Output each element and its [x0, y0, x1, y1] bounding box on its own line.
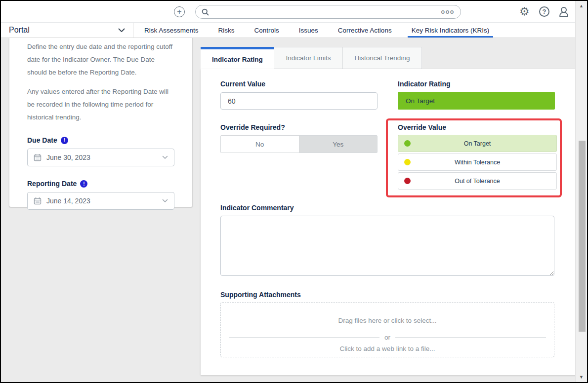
nav-tab-corrective-actions[interactable]: Corrective Actions: [328, 23, 402, 38]
attachments-dropzone[interactable]: Drag files here or click to select... or…: [220, 302, 554, 357]
yellow-status-dot-icon: [404, 159, 411, 165]
override-option-on-target[interactable]: On Target: [398, 135, 557, 152]
override-value-label: Override Value: [398, 123, 557, 131]
detail-tabs: Indicator Rating Indicator Limits Histor…: [201, 47, 578, 69]
helper-paragraph-1: Define the entry due date and the report…: [27, 40, 174, 79]
red-status-dot-icon: [404, 178, 411, 184]
dropzone-or-divider: or: [229, 334, 546, 341]
settings-gear-icon[interactable]: ⚙: [519, 5, 530, 19]
portal-dropdown[interactable]: Portal: [1, 23, 133, 38]
indicator-rating-label: Indicator Rating: [398, 80, 451, 88]
portal-label: Portal: [9, 26, 30, 35]
current-value-input[interactable]: [220, 92, 378, 110]
primary-nav: Portal Risk Assessments Risks Controls I…: [1, 23, 575, 38]
nav-tab-key-risk-indicators[interactable]: Key Risk Indicators (KRIs): [402, 23, 500, 38]
app-window: + ooo ⚙ ? Portal Risk Assessments Risks …: [0, 0, 588, 383]
nav-tab-controls[interactable]: Controls: [245, 23, 289, 38]
info-icon[interactable]: !: [80, 180, 87, 188]
tab-historical-trending[interactable]: Historical Trending: [343, 47, 422, 69]
search-icon: [202, 8, 209, 16]
topbar: + ooo ⚙ ?: [1, 1, 575, 23]
scroll-down-arrow-icon[interactable]: ▼: [576, 375, 587, 380]
tab-indicator-rating[interactable]: Indicator Rating: [201, 47, 274, 69]
supporting-attachments-label: Supporting Attachments: [220, 291, 301, 299]
chevron-down-icon: [162, 199, 168, 203]
nav-tab-risk-assessments[interactable]: Risk Assessments: [134, 23, 209, 38]
vertical-scrollbar[interactable]: ▲ ▼: [575, 1, 587, 382]
user-profile-icon[interactable]: [557, 5, 570, 18]
override-value-options: On Target Within Tolerance Out of Tolera…: [398, 135, 557, 190]
indicator-commentary-textarea[interactable]: [220, 216, 554, 276]
override-option-label: Within Tolerance: [455, 159, 500, 166]
override-option-label: Out of Tolerance: [455, 178, 500, 185]
current-value-label: Current Value: [220, 80, 265, 88]
dropzone-weblink-text[interactable]: Click to add a web link to a file...: [229, 345, 546, 352]
chevron-down-icon: [118, 28, 125, 33]
scroll-up-arrow-icon[interactable]: ▲: [576, 3, 587, 8]
indicator-rating-tab-content: Current Value Indicator Rating On Target…: [201, 69, 578, 375]
calendar-icon: [34, 197, 42, 205]
nav-tab-risks[interactable]: Risks: [209, 23, 245, 38]
dropzone-drag-text[interactable]: Drag files here or click to select...: [229, 317, 546, 324]
date-settings-panel: Define the entry due date and the report…: [9, 38, 193, 207]
override-option-within-tolerance[interactable]: Within Tolerance: [398, 153, 557, 171]
override-required-yes-button[interactable]: Yes: [299, 136, 378, 153]
override-value-annotation-highlight: Override Value On Target Within Toleranc…: [386, 118, 562, 197]
divider-line: [229, 337, 379, 338]
override-option-label: On Target: [464, 140, 491, 147]
divider-line: [395, 337, 546, 338]
reporting-date-field[interactable]: June 14, 2023: [27, 192, 174, 210]
indicator-rating-value: On Target: [406, 97, 435, 105]
reporting-date-label-row: Reporting Date !: [27, 180, 174, 188]
add-icon[interactable]: +: [174, 6, 185, 17]
due-date-label-row: Due Date !: [27, 136, 174, 144]
search-input[interactable]: [213, 8, 441, 16]
helper-paragraph-2: Any values entered after the Reporting D…: [27, 85, 174, 124]
calendar-icon: [34, 153, 42, 161]
info-icon[interactable]: !: [61, 137, 68, 144]
reporting-date-label: Reporting Date: [27, 180, 77, 188]
nav-tabs: Risk Assessments Risks Controls Issues C…: [134, 23, 499, 38]
green-status-dot-icon: [404, 140, 411, 147]
search-bar[interactable]: ooo: [195, 5, 461, 19]
chevron-down-icon: [162, 155, 168, 159]
tab-indicator-limits[interactable]: Indicator Limits: [274, 47, 343, 69]
reporting-date-value: June 14, 2023: [46, 197, 90, 205]
indicator-rating-value-bar: On Target: [398, 92, 555, 110]
due-date-value: June 30, 2023: [46, 153, 90, 161]
help-icon[interactable]: ?: [539, 6, 549, 17]
due-date-label: Due Date: [27, 136, 57, 144]
due-date-field[interactable]: June 30, 2023: [27, 149, 174, 166]
override-option-out-of-tolerance[interactable]: Out of Tolerance: [398, 172, 557, 190]
indicator-commentary-label: Indicator Commentary: [220, 204, 294, 212]
override-required-toggle: No Yes: [220, 135, 378, 153]
more-options-icon[interactable]: ooo: [441, 8, 455, 15]
override-required-no-button[interactable]: No: [221, 136, 299, 153]
override-required-label: Override Required?: [220, 123, 285, 131]
nav-tab-issues[interactable]: Issues: [289, 23, 328, 38]
scrollbar-thumb[interactable]: [579, 141, 586, 332]
kri-detail-panel: Indicator Rating Indicator Limits Histor…: [201, 47, 578, 375]
dropzone-or-text: or: [384, 334, 390, 341]
